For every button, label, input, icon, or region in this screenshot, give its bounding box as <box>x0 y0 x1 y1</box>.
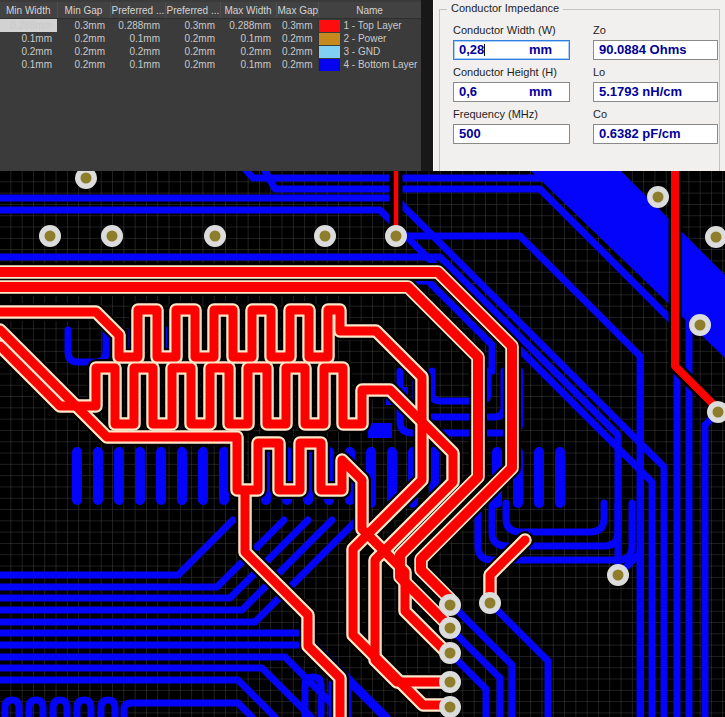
conductor-width-input[interactable]: 0,28 mm <box>453 40 570 60</box>
conductor-width-unit: mm <box>529 41 552 59</box>
layer-color-swatch <box>319 46 340 58</box>
layer-rules-panel: Min Width Min Gap Preferred ... Preferre… <box>0 0 421 171</box>
conductor-height-unit: mm <box>529 83 552 101</box>
col-header-max-gap[interactable]: Max Gap <box>276 2 318 19</box>
panel-divider <box>421 0 433 171</box>
conductor-height-input[interactable]: 0,6 mm <box>453 82 570 102</box>
conductor-impedance-panel: Conductor Impedance Conductor Width (W) … <box>433 0 725 171</box>
pcb-editor-window: Min Width Min Gap Preferred ... Preferre… <box>0 0 725 717</box>
col-header-preferred-1[interactable]: Preferred ... <box>110 2 165 19</box>
col-header-preferred-2[interactable]: Preferred ... <box>165 2 220 19</box>
zo-label: Zo <box>593 24 606 36</box>
zo-output[interactable]: 90.0884 Ohms <box>593 40 718 60</box>
conductor-height-label: Conductor Height (H) <box>453 66 557 78</box>
table-header-row: Min Width Min Gap Preferred ... Preferre… <box>0 2 421 19</box>
impedance-panel-title: Conductor Impedance <box>447 2 563 14</box>
layer-color-swatch <box>319 20 340 32</box>
col-header-name[interactable]: Name <box>318 2 421 19</box>
lo-label: Lo <box>593 66 605 78</box>
text-caret <box>484 44 485 56</box>
col-header-min-gap[interactable]: Min Gap <box>57 2 110 19</box>
layer-name: 4 - Bottom Layer <box>344 59 418 70</box>
co-output[interactable]: 0.6382 pF/cm <box>593 124 718 144</box>
table-row[interactable]: 0.2mm 0.2mm 0.2mm 0.2mm 0.2mm 0.2mm 3 - … <box>0 45 421 58</box>
table-row[interactable]: 0.1mm 0.2mm 0.1mm 0.2mm 0.1mm 0.2mm 4 - … <box>0 58 421 71</box>
table-row[interactable]: 0.288mm 0.3mm 0.288mm 0.3mm 0.288mm 0.3m… <box>0 19 421 33</box>
co-label: Co <box>593 108 607 120</box>
col-header-min-width[interactable]: Min Width <box>0 2 57 19</box>
layer-color-swatch <box>319 33 340 45</box>
pcb-view[interactable] <box>0 171 725 717</box>
frequency-input[interactable]: 500 <box>453 124 570 144</box>
col-header-max-width[interactable]: Max Width <box>220 2 276 19</box>
layer-rules-table[interactable]: Min Width Min Gap Preferred ... Preferre… <box>0 2 422 71</box>
frequency-label: Frequency (MHz) <box>453 108 538 120</box>
layer-name: 1 - Top Layer <box>344 20 402 31</box>
layer-color-swatch <box>319 59 340 71</box>
layer-name: 2 - Power <box>344 33 387 44</box>
layer-name: 3 - GND <box>344 46 381 57</box>
lo-output[interactable]: 5.1793 nH/cm <box>593 82 718 102</box>
table-row[interactable]: 0.1mm 0.2mm 0.1mm 0.2mm 0.1mm 0.2mm 2 - … <box>0 32 421 45</box>
conductor-width-label: Conductor Width (W) <box>453 24 556 36</box>
cell-selected[interactable]: 0.288mm <box>0 19 57 33</box>
